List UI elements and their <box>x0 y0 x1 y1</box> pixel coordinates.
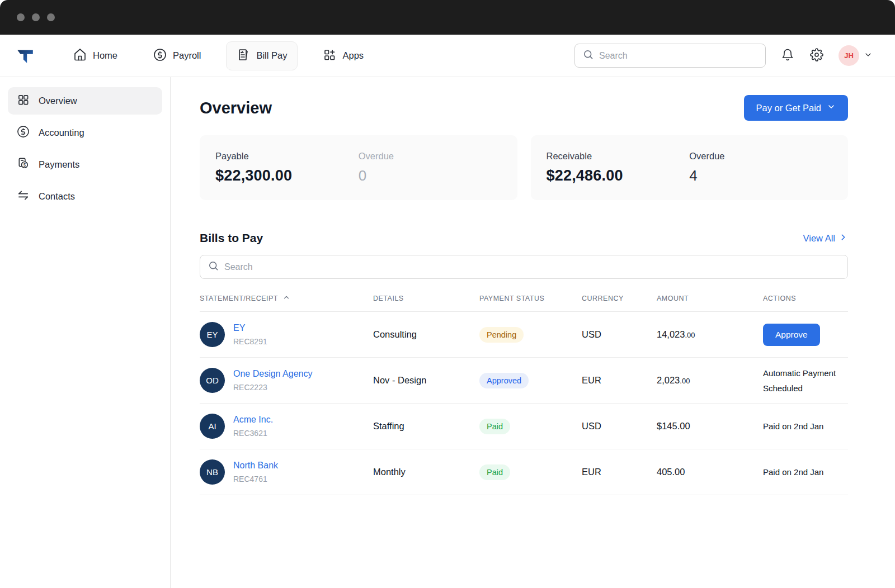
bills-search[interactable] <box>200 255 848 279</box>
action-status-text: Automatic Payment Scheduled <box>763 366 847 396</box>
nav-item-label: Bill Pay <box>256 50 287 61</box>
nav-item-apps[interactable]: Apps <box>312 41 374 70</box>
vendor-avatar: NB <box>200 459 225 485</box>
bill-row: AI Acme Inc. REC3621 Staffing Paid USD $… <box>200 404 848 449</box>
gear-icon <box>810 48 823 64</box>
svg-text:$: $ <box>23 163 26 168</box>
action-status-text: Paid on 2nd Jan <box>763 419 847 434</box>
apps-grid-icon <box>323 48 336 64</box>
sort-chevron-up-icon[interactable] <box>282 293 290 303</box>
nav-item-home[interactable]: Home <box>63 41 128 70</box>
user-avatar[interactable]: JH <box>839 45 859 66</box>
column-amount: AMOUNT <box>657 295 763 302</box>
receivable-value: $22,486.00 <box>547 167 690 184</box>
bill-row: OD One Design Agency REC2223 Nov - Desig… <box>200 358 848 404</box>
bill-currency: EUR <box>582 467 657 477</box>
chevron-down-icon <box>864 50 873 61</box>
vendor-name-link[interactable]: North Bank <box>233 461 278 471</box>
search-icon <box>583 49 593 62</box>
dollar-circle-icon <box>153 48 167 64</box>
sidebar-item-payments[interactable]: $ Payments <box>8 151 162 178</box>
payable-label: Payable <box>215 151 359 162</box>
bill-row: EY EY REC8291 Consulting Pending USD 14,… <box>200 312 848 358</box>
sidebar-item-label: Payments <box>39 159 79 170</box>
swap-arrows-icon <box>17 189 30 204</box>
home-icon <box>73 48 87 64</box>
window-controls[interactable] <box>17 13 55 21</box>
vendor-avatar: EY <box>200 322 225 347</box>
pay-or-get-paid-button[interactable]: Pay or Get Paid <box>744 95 848 121</box>
window-dot[interactable] <box>17 13 25 21</box>
nav-item-bill-pay[interactable]: Bill Pay <box>226 41 298 70</box>
user-menu[interactable]: JH <box>839 45 873 66</box>
global-search-input[interactable] <box>599 51 757 61</box>
bills-to-pay-title: Bills to Pay <box>200 231 263 245</box>
bills-table-header: STATEMENT/RECEIPT DETAILS PAYMENT STATUS… <box>200 293 848 312</box>
window-dot[interactable] <box>32 13 40 21</box>
sidebar-item-label: Contacts <box>39 191 75 202</box>
bill-amount: $145.00 <box>657 421 763 431</box>
bill-details: Consulting <box>373 329 479 340</box>
bill-amount: 405.00 <box>657 467 763 477</box>
bill-document-icon <box>237 48 250 64</box>
notifications-button[interactable] <box>780 49 795 63</box>
page-title: Overview <box>200 99 272 117</box>
settings-button[interactable] <box>809 49 824 63</box>
vendor-name-link[interactable]: Acme Inc. <box>233 415 273 425</box>
app-logo[interactable] <box>16 46 35 65</box>
window-titlebar <box>0 0 895 35</box>
sidebar: Overview Accounting $ Payments Contacts <box>0 77 171 588</box>
nav-item-payroll[interactable]: Payroll <box>143 41 211 70</box>
sidebar-item-overview[interactable]: Overview <box>8 87 162 115</box>
vendor-name-link[interactable]: EY <box>233 323 267 333</box>
payable-summary-card: Payable $22,300.00 Overdue 0 <box>200 135 517 200</box>
bills-search-input[interactable] <box>224 262 840 272</box>
sidebar-item-label: Overview <box>39 96 77 106</box>
receivable-label: Receivable <box>547 151 690 162</box>
nav-items: Home Payroll Bill Pay Apps <box>63 41 374 70</box>
sidebar-item-label: Accounting <box>39 127 84 138</box>
receipt-number: REC4761 <box>233 475 278 483</box>
sidebar-item-contacts[interactable]: Contacts <box>8 183 162 210</box>
receivable-summary-card: Receivable $22,486.00 Overdue 4 <box>531 135 849 200</box>
topnav-right: JH <box>574 44 873 68</box>
top-navigation: Home Payroll Bill Pay Apps <box>0 35 895 77</box>
window-dot[interactable] <box>47 13 55 21</box>
payable-overdue-value: 0 <box>359 167 502 184</box>
nav-item-label: Home <box>93 50 117 61</box>
bill-details: Monthly <box>373 467 479 477</box>
chevron-down-icon <box>827 102 836 113</box>
search-icon <box>208 260 219 273</box>
receipt-number: REC3621 <box>233 429 273 438</box>
bill-row: NB North Bank REC4761 Monthly Paid EUR 4… <box>200 449 848 495</box>
column-details: DETAILS <box>373 295 479 302</box>
bill-details: Staffing <box>373 421 479 431</box>
receivable-overdue-value: 4 <box>689 167 832 184</box>
status-badge: Paid <box>479 419 510 434</box>
receipt-number: REC8291 <box>233 337 267 346</box>
payable-overdue-label: Overdue <box>359 151 502 162</box>
bell-icon <box>781 48 794 64</box>
column-payment-status: PAYMENT STATUS <box>479 295 582 302</box>
status-badge: Pending <box>479 327 524 343</box>
nav-item-label: Apps <box>342 50 364 61</box>
dollar-circle-icon <box>17 125 30 140</box>
chevron-right-icon <box>839 233 848 244</box>
sidebar-item-accounting[interactable]: Accounting <box>8 119 162 146</box>
approve-button[interactable]: Approve <box>763 324 820 346</box>
grid-icon <box>17 93 30 108</box>
column-currency: CURRENCY <box>582 295 657 302</box>
global-search[interactable] <box>574 44 766 68</box>
bill-details: Nov - Design <box>373 375 479 386</box>
bill-currency: USD <box>582 329 657 340</box>
bill-amount: 2,023.00 <box>657 375 763 386</box>
status-badge: Paid <box>479 464 510 480</box>
receipt-number: REC2223 <box>233 383 312 392</box>
bill-currency: EUR <box>582 375 657 386</box>
vendor-name-link[interactable]: One Design Agency <box>233 369 312 379</box>
view-all-link[interactable]: View All <box>803 233 848 244</box>
main-content: Overview Pay or Get Paid Payable $22,300… <box>171 77 895 588</box>
action-status-text: Paid on 2nd Jan <box>763 464 847 480</box>
vendor-avatar: AI <box>200 414 225 439</box>
column-statement-receipt[interactable]: STATEMENT/RECEIPT <box>200 293 373 303</box>
